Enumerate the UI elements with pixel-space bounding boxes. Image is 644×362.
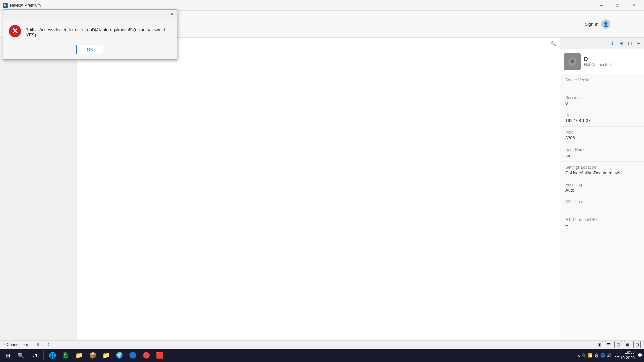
dialog-title-bar: ✕ xyxy=(3,10,177,19)
search-taskbar-button[interactable]: 🔍 xyxy=(15,349,27,361)
status-grid-btn[interactable]: ⊞ xyxy=(596,341,603,348)
title-bar-left: N Navicat Premium xyxy=(3,3,41,8)
taskbar-clock: 18:53 27.10.2020 xyxy=(614,350,635,361)
app-title: Navicat Premium xyxy=(10,3,41,8)
sessions-section: Sessions 0 xyxy=(560,92,644,109)
start-button[interactable]: ⊞ xyxy=(2,349,14,361)
http-tunnel-section: HTTP Tunnel URL -- xyxy=(560,214,644,231)
window-controls: ─ □ ✕ xyxy=(594,0,641,11)
error-icon-container: ✕ xyxy=(9,25,21,37)
sessions-value: 0 xyxy=(565,101,639,106)
sign-in-area: Sign In 👤 xyxy=(585,11,610,38)
tray-chevron[interactable]: ∧ xyxy=(578,354,580,357)
tray-vpn-icon: 🔒 xyxy=(594,353,599,358)
taskbar: ⊞ 🔍 🗂 🌐 🐉 📁 📦 📁 🌍 🔵 🔴 🟥 ∧ 🔌 📶 🔒 🌐 🔊 18:5… xyxy=(0,349,644,362)
username-section: User Name root xyxy=(560,144,644,162)
taskbar-divider xyxy=(43,350,44,360)
encoding-section: Encoding Auto xyxy=(560,179,644,196)
host-label: Host xyxy=(565,113,639,117)
status-split-btn[interactable]: ⊠ xyxy=(624,341,631,348)
rpanel-settings-tab[interactable]: ⊟ xyxy=(635,40,642,47)
minimize-button[interactable]: ─ xyxy=(594,0,609,11)
taskbar-app5[interactable]: 🔴 xyxy=(140,349,152,361)
encoding-value: Auto xyxy=(565,188,639,193)
search-button[interactable]: 🔍 xyxy=(550,40,557,47)
connection-name: D xyxy=(584,56,611,62)
settings-location-section: Settings Location C:\Users\aliha\Documen… xyxy=(560,162,644,179)
system-tray: ∧ 🔌 📶 🔒 🌐 🔊 xyxy=(578,353,612,358)
close-button[interactable]: ✕ xyxy=(626,0,641,11)
username-value: root xyxy=(565,153,639,158)
right-panel-tabs: ℹ ⊞ ⊡ ⊟ xyxy=(560,38,644,49)
error-message: 1045 - Access denied for user 'root'@'la… xyxy=(26,25,171,37)
http-tunnel-value: -- xyxy=(565,223,639,228)
ssh-host-label: SSH Host xyxy=(565,200,639,204)
sign-in-button[interactable]: Sign In xyxy=(585,22,598,27)
main-layout: age Manager 🔍 ℹ ⊞ ⊡ ⊟ D Not Connected xyxy=(0,38,644,349)
tray-speaker-icon: 🔊 xyxy=(607,353,612,358)
server-version-value: -- xyxy=(565,83,639,88)
status-right: ⊞ ☰ ⊟ ⊠ ⊡ xyxy=(596,341,641,348)
taskbar-chrome[interactable]: 🌐 xyxy=(46,349,58,361)
left-sidebar xyxy=(0,38,77,349)
notification-icon[interactable]: 💬 xyxy=(637,353,642,358)
taskbar-right: ∧ 🔌 📶 🔒 🌐 🔊 18:53 27.10.2020 💬 xyxy=(578,350,642,361)
error-circle-icon: ✕ xyxy=(9,25,21,37)
user-avatar: 👤 xyxy=(601,19,610,29)
port-value: 3306 xyxy=(565,135,639,140)
active-connection-label: D xyxy=(47,342,50,347)
connection-avatar xyxy=(564,53,581,70)
taskbar-app3[interactable]: 📦 xyxy=(87,349,99,361)
port-section: Port 3306 xyxy=(560,127,644,144)
rpanel-info-tab[interactable]: ℹ xyxy=(609,40,616,47)
ssh-host-section: SSH Host -- xyxy=(560,196,644,214)
connection-title-area: D Not Connected xyxy=(584,56,611,67)
right-panel: ℹ ⊞ ⊡ ⊟ D Not Connected Server Version -… xyxy=(560,38,644,349)
username-label: User Name xyxy=(565,147,639,152)
server-version-label: Server Version xyxy=(565,78,639,82)
rpanel-view-tab[interactable]: ⊞ xyxy=(618,40,625,47)
taskbar-files[interactable]: 📁 xyxy=(100,349,112,361)
status-detail-btn[interactable]: ⊟ xyxy=(614,341,622,348)
tray-network2-icon: 🌐 xyxy=(600,353,605,358)
connection-status: Not Connected xyxy=(584,62,611,67)
status-list-btn[interactable]: ☰ xyxy=(605,341,612,348)
connections-status: 2 Connections xyxy=(3,342,29,347)
taskbar-browser[interactable]: 🌍 xyxy=(113,349,125,361)
server-version-section: Server Version -- xyxy=(560,74,644,92)
task-view-button[interactable]: 🗂 xyxy=(29,349,41,361)
taskbar-app1[interactable]: 🐉 xyxy=(60,349,72,361)
settings-location-value: C:\Users\aliha\Documents\N xyxy=(565,170,639,175)
content-area xyxy=(77,49,560,349)
dialog-footer: OK xyxy=(3,42,177,59)
taskbar-app6[interactable]: 🟥 xyxy=(154,349,166,361)
clock-time: 18:53 xyxy=(614,350,635,355)
dialog-ok-button[interactable]: OK xyxy=(76,45,103,54)
status-expand-btn[interactable]: ⊡ xyxy=(633,341,641,348)
taskbar-app2[interactable]: 📁 xyxy=(73,349,85,361)
main-content: age Manager 🔍 xyxy=(77,38,560,349)
connection-header: D Not Connected xyxy=(560,49,644,74)
dialog-body: ✕ 1045 - Access denied for user 'root'@'… xyxy=(3,19,177,42)
http-tunnel-label: HTTP Tunnel URL xyxy=(565,217,639,222)
ssh-host-value: -- xyxy=(565,205,639,210)
tray-wifi-icon: 📶 xyxy=(588,353,593,358)
app-icon: N xyxy=(3,3,8,8)
active-connection-icon: 🖥 xyxy=(36,342,40,347)
taskbar-app4[interactable]: 🔵 xyxy=(127,349,139,361)
settings-location-label: Settings Location xyxy=(565,165,639,170)
tray-network-icon: 🔌 xyxy=(581,353,586,358)
rpanel-filter-tab[interactable]: ⊡ xyxy=(626,40,634,47)
host-value: 192.168.1.37 xyxy=(565,118,639,123)
status-bar: 2 Connections 🖥 D ⊞ ☰ ⊟ ⊠ ⊡ xyxy=(0,340,644,349)
port-label: Port xyxy=(565,130,639,135)
encoding-label: Encoding xyxy=(565,182,639,187)
sessions-label: Sessions xyxy=(565,95,639,100)
error-dialog: ✕ ✕ 1045 - Access denied for user 'root'… xyxy=(3,9,177,60)
dialog-close-button[interactable]: ✕ xyxy=(169,11,175,18)
host-section: Host 192.168.1.37 xyxy=(560,109,644,127)
clock-date: 27.10.2020 xyxy=(614,355,635,361)
maximize-button[interactable]: □ xyxy=(610,0,625,11)
